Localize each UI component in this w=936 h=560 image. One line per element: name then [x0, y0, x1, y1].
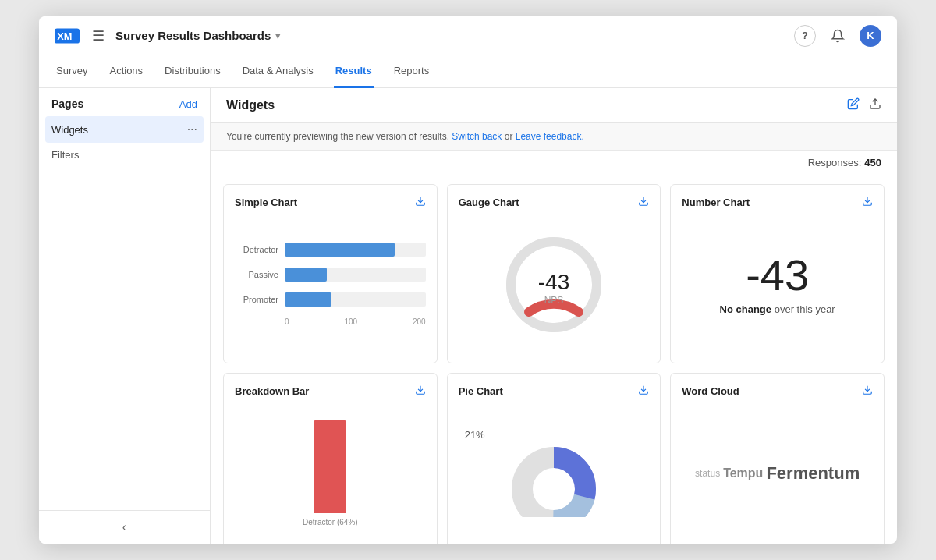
word-cloud-title: Word Cloud	[682, 385, 739, 397]
number-chart-download[interactable]	[862, 196, 873, 209]
gauge-chart-download[interactable]	[638, 196, 649, 209]
number-subtitle: No change over this year	[720, 303, 835, 315]
widget-gauge-chart: Gauge Chart	[447, 184, 661, 363]
tab-distributions[interactable]: Distributions	[163, 55, 222, 88]
tab-reports[interactable]: Reports	[392, 55, 431, 88]
hamburger-icon[interactable]: ☰	[92, 27, 105, 44]
edit-icon[interactable]	[847, 97, 860, 113]
widget-pie-chart: Pie Chart 21%	[447, 373, 661, 544]
pages-label: Pages	[51, 97, 83, 110]
breakdown-bar-title: Breakdown Bar	[235, 385, 309, 397]
page-title: Widgets	[226, 98, 275, 112]
widget-word-cloud: Word Cloud status Tempu	[670, 373, 885, 544]
word-cloud-word-3: Fermentum	[766, 463, 860, 484]
axis-0: 0	[285, 317, 289, 326]
export-icon[interactable]	[869, 97, 881, 113]
chevron-down-icon: ▾	[275, 30, 280, 41]
word-cloud-word-1: status	[695, 468, 720, 479]
tab-data-analysis[interactable]: Data & Analysis	[241, 55, 315, 88]
tab-survey[interactable]: Survey	[55, 55, 89, 88]
bar-label-detractor: Detractor	[235, 245, 278, 254]
pie-percent-label: 21%	[465, 429, 485, 441]
gauge-chart-title: Gauge Chart	[459, 197, 519, 208]
chevron-left-icon: ‹	[122, 520, 126, 534]
sidebar-item-label: Widgets	[51, 124, 187, 136]
axis-100: 100	[344, 317, 357, 326]
switch-back-link[interactable]: Switch back	[452, 131, 502, 142]
sidebar-collapse-button[interactable]: ‹	[39, 510, 210, 544]
simple-chart-title: Simple Chart	[235, 197, 297, 208]
simple-chart-download[interactable]	[415, 196, 426, 209]
pie-chart-download[interactable]	[638, 385, 649, 398]
widget-number-chart: Number Chart -43 No change over	[670, 184, 885, 363]
svg-text:-43: -43	[538, 270, 569, 294]
responses-count: 450	[864, 157, 881, 168]
sidebar-item-filters[interactable]: Filters	[39, 143, 210, 167]
word-cloud-download[interactable]	[862, 385, 873, 398]
bell-icon[interactable]	[827, 25, 849, 47]
axis-200: 200	[413, 317, 426, 326]
tab-results[interactable]: Results	[334, 55, 374, 88]
user-avatar[interactable]: K	[860, 25, 881, 47]
leave-feedback-link[interactable]: Leave feedback.	[516, 131, 584, 142]
bar-label-promoter: Promoter	[235, 295, 278, 304]
dots-menu-icon[interactable]: ···	[187, 122, 197, 136]
xm-logo[interactable]: XM	[55, 28, 80, 44]
sidebar-item-widgets[interactable]: Widgets ···	[45, 116, 204, 143]
topbar-title: Survey Results Dashboards ▾	[115, 29, 280, 42]
breakdown-bar-download[interactable]	[415, 385, 426, 398]
bar-label-passive: Passive	[235, 270, 278, 279]
tab-actions[interactable]: Actions	[108, 55, 144, 88]
preview-banner: You're currently previewing the new vers…	[211, 123, 897, 151]
pie-chart-title: Pie Chart	[459, 385, 503, 397]
svg-text:NPS: NPS	[544, 295, 564, 306]
help-icon[interactable]: ?	[794, 25, 816, 47]
responses-label: Responses:	[808, 157, 862, 168]
widget-breakdown-bar: Breakdown Bar Detractor (64%)	[223, 373, 438, 544]
number-chart-title: Number Chart	[682, 197, 750, 208]
add-button[interactable]: Add	[179, 98, 197, 110]
word-cloud-word-2: Tempu	[723, 466, 763, 480]
number-value: -43	[746, 253, 809, 297]
widget-simple-chart: Simple Chart Detractor	[223, 184, 438, 363]
breakdown-bar-label: Detractor (64%)	[303, 518, 358, 526]
svg-text:XM: XM	[57, 30, 72, 41]
widget-grid: Simple Chart Detractor	[211, 175, 897, 544]
breakdown-bar-rect	[314, 420, 346, 513]
